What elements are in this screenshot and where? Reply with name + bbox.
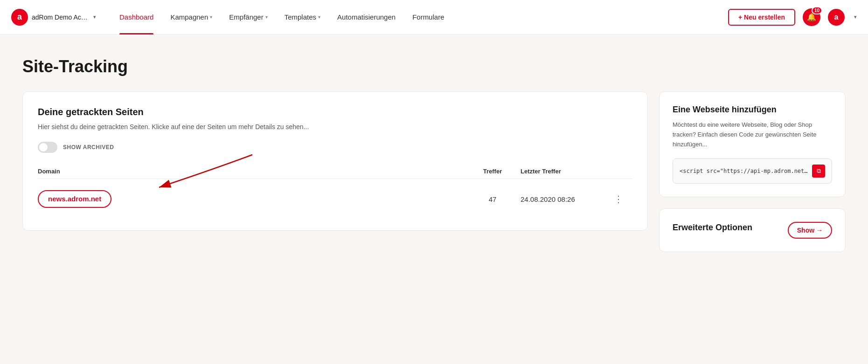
user-chevron-icon[interactable]: ▾ [854, 14, 857, 20]
erweiterte-title: Erweiterte Optionen [673, 223, 752, 233]
kampagnen-chevron-icon: ▾ [210, 14, 212, 20]
logo-wrap[interactable]: a adRom Demo Acc... ▾ [11, 9, 96, 26]
notification-wrap[interactable]: 🔔 10 [803, 8, 820, 26]
add-website-card: Eine Webseite hinzufügen Möchtest du ein… [659, 91, 846, 197]
row-more-button[interactable]: ⋮ [614, 193, 623, 205]
domain-cell: news.adrom.net [38, 190, 465, 208]
treffer-cell: 47 [465, 195, 521, 203]
add-website-desc: Möchtest du eine weitere Webseite, Blog … [673, 120, 832, 149]
table-wrap: Domain Treffer Letzter Treffer news.adro… [38, 164, 632, 215]
domain-circle: news.adrom.net [38, 190, 111, 208]
account-name: adRom Demo Acc... [32, 14, 88, 21]
add-website-title: Eine Webseite hinzufügen [673, 105, 832, 115]
copy-button[interactable]: ⧉ [812, 165, 825, 178]
nav-dashboard[interactable]: Dashboard [111, 0, 162, 34]
page-title: Site-Tracking [22, 57, 846, 76]
toggle-row: SHOW ARCHIVED [38, 142, 632, 153]
col-letzter: Letzter Treffer [521, 168, 614, 175]
copy-icon: ⧉ [817, 167, 821, 175]
account-chevron-icon[interactable]: ▾ [93, 14, 96, 20]
nav-automatisierungen[interactable]: Automatisierungen [329, 0, 404, 34]
show-archived-toggle[interactable] [38, 142, 57, 153]
row-actions-cell: ⋮ [614, 193, 632, 205]
script-text: <script src="https://api-mp.adrom.net/tr… [680, 168, 808, 174]
tracked-pages-card: Deine getrackten Seiten Hier siehst du d… [22, 91, 648, 231]
nav-empfanger[interactable]: Empfänger ▾ [221, 0, 276, 34]
tracked-pages-desc: Hier siehst du deine getrackten Seiten. … [38, 123, 632, 130]
right-column: Eine Webseite hinzufügen Möchtest du ein… [659, 91, 846, 252]
erweiterte-card: Erweiterte Optionen Show → [659, 208, 846, 252]
templates-chevron-icon: ▾ [318, 14, 320, 20]
domain-link[interactable]: news.adrom.net [48, 195, 101, 203]
nav-formulare[interactable]: Formulare [404, 0, 452, 34]
new-button[interactable]: + Neu erstellen [728, 9, 795, 26]
content-grid: Deine getrackten Seiten Hier siehst du d… [22, 91, 846, 252]
nav-kampagnen[interactable]: Kampagnen ▾ [162, 0, 221, 34]
script-box: <script src="https://api-mp.adrom.net/tr… [673, 158, 832, 184]
navbar: a adRom Demo Acc... ▾ Dashboard Kampagne… [0, 0, 868, 34]
col-domain: Domain [38, 168, 465, 175]
brand-logo: a [11, 9, 28, 26]
main-content: Site-Tracking Deine getrackten Seiten Hi… [0, 34, 868, 267]
erweiterte-row: Erweiterte Optionen Show → [673, 222, 832, 239]
user-avatar[interactable]: a [828, 9, 845, 26]
letzter-treffer-cell: 24.08.2020 08:26 [521, 195, 614, 203]
notification-button[interactable]: 🔔 10 [803, 8, 820, 26]
toggle-label: SHOW ARCHIVED [63, 144, 114, 151]
nav-templates[interactable]: Templates ▾ [276, 0, 329, 34]
tracked-pages-title: Deine getrackten Seiten [38, 107, 632, 117]
show-button[interactable]: Show → [788, 222, 832, 239]
nav-links: Dashboard Kampagnen ▾ Empfänger ▾ Templa… [111, 0, 728, 34]
col-actions [614, 168, 632, 175]
table-row: news.adrom.net 47 24.08.2020 08:26 ⋮ [38, 183, 632, 215]
notification-count: 10 [812, 7, 822, 14]
col-treffer: Treffer [465, 168, 521, 175]
nav-right: + Neu erstellen 🔔 10 a ▾ [728, 8, 857, 26]
table-header: Domain Treffer Letzter Treffer [38, 164, 632, 179]
empfanger-chevron-icon: ▾ [265, 14, 268, 20]
